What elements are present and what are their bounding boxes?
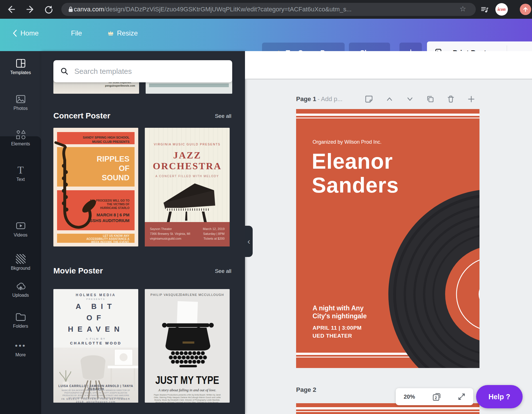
design-page-1[interactable]: Organized by Wilson Prod Inc. Eleanor Sa… [296,109,479,368]
reload-icon[interactable] [44,5,53,14]
fullscreen-icon[interactable] [458,393,465,400]
avatar-logo-text: icon [498,7,506,12]
typewriter-photo [153,299,222,372]
media-playlist-icon[interactable] [481,6,489,14]
see-all-movie[interactable]: See all [215,268,231,274]
nav-home[interactable]: Home [12,29,39,37]
add-note-icon[interactable] [365,95,373,103]
sidebar-item-text[interactable]: T Text [0,164,41,182]
poster-tagline-line2[interactable]: City's nightingale [313,312,367,320]
background-stripes-icon [0,253,41,265]
poster-venue[interactable]: UED THEATER [313,333,352,339]
template-card-jazz-orchestra[interactable]: VIRGINIA MUSIC GUILD PRESENTS JAZZ ORCHE… [145,128,230,246]
see-all-concert[interactable]: See all [215,113,231,119]
context-toolbar-area [245,51,532,79]
editor-header: Home File Resize Try Canva Pro Share Pri… [0,19,532,51]
search-input[interactable] [74,67,225,76]
sidebar-rail: Templates Photos Elements T Text Videos [0,51,41,414]
lock-icon [68,6,74,13]
duplicate-page-icon[interactable] [426,95,435,103]
search-bar[interactable] [53,60,232,82]
poster-stripe [296,407,479,409]
page1-title[interactable]: Page 1 - Add p... [296,95,342,103]
zoom-level-button[interactable]: 20% [404,394,415,400]
sidebar-item-more[interactable]: ••• More [0,340,41,357]
section-title-movie: Movie Poster [53,266,103,275]
nav-resize[interactable]: Resize [107,29,138,37]
browser-toolbar: canva.com/design/DADzPzViSjE/zuo49GSKtrG… [0,0,532,19]
sidebar-item-templates[interactable]: Templates [0,57,41,75]
url-bar[interactable]: canva.com/design/DADzPzViSjE/zuo49GSKtrG… [61,3,476,16]
bookmark-star-icon[interactable]: ☆ [460,5,466,13]
text-icon: T [0,164,41,176]
pages-overview-button[interactable]: 2 [432,392,441,402]
grand-piano-illustration [156,181,219,223]
sidebar-item-videos[interactable]: Videos [0,220,41,238]
url-text: canva.com/design/DADzPzViSjE/zuo49GSKtrG… [74,6,351,13]
partial-card-band [149,83,229,87]
saxophone-illustration [53,136,96,244]
templates-panel: for ticket inquiries: penguinsperilmovie… [41,51,245,414]
search-icon [60,67,69,76]
move-page-down-icon[interactable] [406,95,414,103]
nav-file[interactable]: File [71,29,82,37]
elements-icon [0,129,41,141]
videos-icon [0,220,41,232]
page2-title[interactable]: Page 2 [296,386,316,394]
template-card-just-my-type[interactable]: PHILIP VASQUEZ DARLENE MCCULLOUGH JUST M… [145,289,230,403]
poster-stripe [296,411,479,412]
photos-icon [0,93,41,105]
poster-tagline-line1[interactable]: A night with Any [313,304,364,312]
help-button[interactable]: Help ? [476,385,523,408]
more-dots-icon: ••• [0,340,41,352]
templates-icon [0,57,41,69]
crown-icon [107,30,114,37]
poster-footer-band: Sayson Theater 7366 Brewery St. Virginia… [145,222,230,246]
profile-avatar[interactable]: icon [495,3,508,16]
sidebar-item-photos[interactable]: Photos [0,93,41,111]
uploads-cloud-icon [0,280,41,292]
sidebar-item-folders[interactable]: Folders [0,311,41,329]
page-count-badge: 2 [435,396,437,400]
view-controls: 20% 2 [396,388,473,405]
panel-collapse-handle[interactable]: ‹ [245,226,253,257]
sidebar-item-background[interactable]: Bkground [0,253,41,271]
sidebar-item-elements[interactable]: Elements [0,129,41,147]
folder-icon [0,311,41,323]
chevron-left-icon: ‹ [248,237,250,246]
move-page-up-icon[interactable] [385,95,394,103]
template-card-ripples-of-sound[interactable]: SANDY SPRING HIGH SCHOOLMUSIC CLUB PRESE… [53,128,138,246]
template-card-a-bit-of-heaven[interactable]: HOLMES MEDIA PRESENTS A BIT OF HEAVEN A … [53,289,138,403]
toolbar-divider [245,79,532,80]
back-icon[interactable] [6,5,16,14]
chevron-left-icon [12,29,18,37]
section-title-concert: Concert Poster [53,111,110,120]
add-page-icon[interactable] [467,95,476,103]
delete-page-icon[interactable] [447,95,455,103]
upload-status-icon[interactable] [520,4,531,15]
forward-icon[interactable] [26,5,35,14]
sidebar-item-uploads[interactable]: Uploads [0,280,41,298]
poster-datetime[interactable]: APRIL 11 | 3:00PM [313,325,362,331]
